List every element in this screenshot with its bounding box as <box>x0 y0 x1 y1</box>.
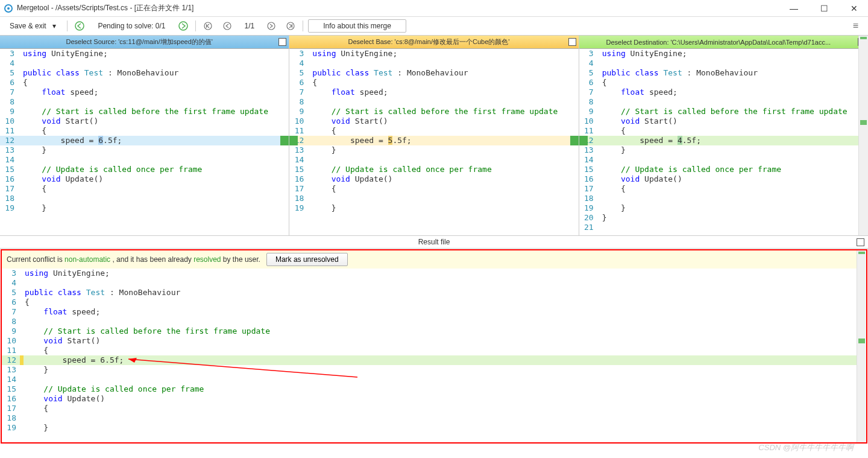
code-line: 19 } <box>289 203 578 213</box>
code-line: 19 } <box>579 203 868 213</box>
svg-point-6 <box>268 22 275 30</box>
code-line: 5public class Test : MonoBehaviour <box>579 68 868 78</box>
code-line: 18 <box>0 194 289 203</box>
maximize-pane-icon[interactable] <box>278 38 286 46</box>
base-pane: Deselect Base: 'cs:8@/main/修改最后一个Cube的颜色… <box>289 36 579 235</box>
code-line: 11 { <box>2 346 866 355</box>
code-line: 6{ <box>289 78 578 87</box>
code-line: 5public class Test : MonoBehaviour <box>289 68 578 78</box>
code-line: 4 <box>289 59 578 68</box>
code-line: 14 <box>2 375 866 384</box>
svg-point-1 <box>7 7 10 10</box>
code-line: 13 } <box>579 145 868 155</box>
result-panel: Current conflict is non-automatic , and … <box>1 249 867 444</box>
code-line: 13 } <box>2 365 866 375</box>
code-line: 9 // Start is called before the first fr… <box>0 107 289 116</box>
scrollbar[interactable] <box>858 36 868 235</box>
menu-icon[interactable]: ≡ <box>853 21 864 31</box>
code-line: 18 <box>289 194 578 203</box>
code-line: 17 { <box>2 404 866 413</box>
code-line: 10 void Start() <box>289 116 578 126</box>
destination-header[interactable]: Deselect Destination: 'C:\Users\Administ… <box>579 36 868 49</box>
source-pane: Deselect Source: 'cs:11@/main/增加speed的的值… <box>0 36 289 235</box>
code-line: 13 } <box>289 145 578 155</box>
first-icon[interactable] <box>201 19 215 33</box>
code-line: 20} <box>579 213 868 223</box>
code-line: 6{ <box>2 297 866 307</box>
counter-label: 1/1 <box>239 22 259 30</box>
code-line: 6{ <box>579 78 868 87</box>
code-line: 9 // Start is called before the first fr… <box>579 107 868 116</box>
code-line: 12 speed = 4.5f; <box>579 136 868 145</box>
code-line: 19 } <box>0 203 289 213</box>
maximize-result-icon[interactable] <box>857 238 864 246</box>
result-scrollbar[interactable] <box>857 250 866 442</box>
next-icon[interactable] <box>264 19 278 33</box>
svg-point-3 <box>179 22 187 30</box>
mark-unresolved-button[interactable]: Mark as unresolved <box>266 253 348 266</box>
code-line: 15 // Update is called once per frame <box>2 384 866 394</box>
source-code[interactable]: 3using UnityEngine;45public class Test :… <box>0 49 289 235</box>
destination-code[interactable]: 3using UnityEngine;45public class Test :… <box>579 49 868 235</box>
code-line: 12 speed = 6.5f; <box>0 136 289 145</box>
code-line: 15 // Update is called once per frame <box>0 165 289 174</box>
code-line: 17 { <box>0 184 289 194</box>
merge-panes: Deselect Source: 'cs:11@/main/增加speed的的值… <box>0 35 868 235</box>
code-line: 11 { <box>289 126 578 136</box>
maximize-button[interactable]: ☐ <box>816 1 832 16</box>
code-line: 7 float speed; <box>579 87 868 97</box>
window-title: Mergetool - /Assets/Scripts/Test.cs - [正… <box>17 3 193 13</box>
code-line: 10 void Start() <box>0 116 289 126</box>
code-line: 3using UnityEngine; <box>289 49 578 59</box>
maximize-pane-icon[interactable] <box>568 38 576 46</box>
svg-point-7 <box>287 22 294 30</box>
code-line: 14 <box>579 155 868 165</box>
minimize-button[interactable]: — <box>786 1 802 16</box>
next-conflict-icon[interactable] <box>176 19 190 33</box>
code-line: 8 <box>289 97 578 107</box>
code-line: 10 void Start() <box>2 336 866 346</box>
code-line: 12 speed = 6.5f; <box>2 355 866 365</box>
code-line: 8 <box>0 97 289 107</box>
code-line: 18 <box>2 413 866 423</box>
svg-point-5 <box>224 22 231 30</box>
code-line: 15 // Update is called once per frame <box>579 165 868 174</box>
destination-pane: Deselect Destination: 'C:\Users\Administ… <box>579 36 868 235</box>
pending-label: Pending to solve: 0/1 <box>92 21 171 31</box>
svg-point-2 <box>75 22 84 30</box>
code-line: 5public class Test : MonoBehaviour <box>0 68 289 78</box>
code-line: 3using UnityEngine; <box>0 49 289 59</box>
code-line: 17 { <box>579 184 868 194</box>
code-line: 3using UnityEngine; <box>579 49 868 59</box>
prev-conflict-icon[interactable] <box>72 19 87 33</box>
close-button[interactable]: ✕ <box>846 1 862 16</box>
code-line: 21 <box>579 223 868 232</box>
code-line: 17 { <box>289 184 578 194</box>
base-header[interactable]: Deselect Base: 'cs:8@/main/修改最后一个Cube的颜色… <box>289 36 578 49</box>
code-line: 15 // Update is called once per frame <box>289 165 578 174</box>
code-line: 16 void Update() <box>579 174 868 184</box>
code-line: 11 { <box>0 126 289 136</box>
code-line: 18 <box>579 194 868 203</box>
result-code[interactable]: 3using UnityEngine;45public class Test :… <box>2 269 866 442</box>
code-line: 7 float speed; <box>0 87 289 97</box>
code-line: 16 void Update() <box>0 174 289 184</box>
conflict-bar: Current conflict is non-automatic , and … <box>2 250 866 269</box>
code-line: 16 void Update() <box>289 174 578 184</box>
base-code[interactable]: 3using UnityEngine;45public class Test :… <box>289 49 578 235</box>
toolbar: Save & exit ▾ Pending to solve: 0/1 1/1 … <box>0 17 868 35</box>
source-header[interactable]: Deselect Source: 'cs:11@/main/增加speed的的值… <box>0 36 289 49</box>
code-line: 14 <box>0 155 289 165</box>
info-button[interactable]: Info about this merge <box>308 19 406 33</box>
code-line: 6{ <box>0 78 289 87</box>
prev-icon[interactable] <box>220 19 234 33</box>
save-exit-button[interactable]: Save & exit ▾ <box>4 21 62 31</box>
code-line: 12 speed = 5.5f; <box>289 136 578 145</box>
last-icon[interactable] <box>283 19 298 33</box>
code-line: 4 <box>0 59 289 68</box>
app-icon <box>4 4 13 13</box>
code-line: 8 <box>579 97 868 107</box>
code-line: 19 } <box>2 423 866 433</box>
code-line: 7 float speed; <box>289 87 578 97</box>
code-line: 9 // Start is called before the first fr… <box>2 326 866 336</box>
